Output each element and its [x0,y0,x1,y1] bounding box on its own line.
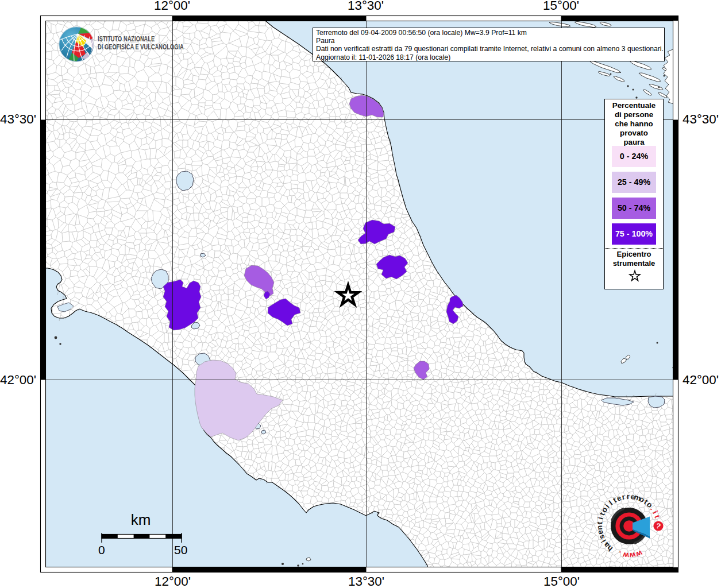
svg-text:w: w [622,551,630,560]
svg-text:n: n [595,525,604,531]
svg-text:r: r [627,492,630,501]
